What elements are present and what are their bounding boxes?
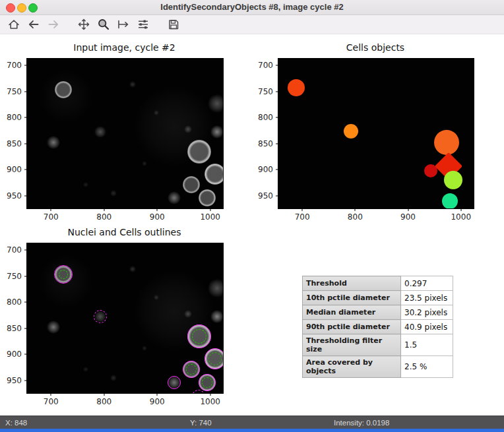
- y-tick-label: 700: [7, 61, 22, 70]
- status-x-coordinate: X: 848: [5, 419, 27, 427]
- back-icon: [27, 18, 40, 31]
- y-tick-label: 800: [7, 297, 22, 307]
- y-tick-mark: [24, 170, 27, 170]
- home-button[interactable]: [5, 16, 22, 33]
- y-tick-label: 750: [7, 87, 22, 96]
- cell-blob: [183, 176, 200, 193]
- save-button[interactable]: [165, 16, 182, 33]
- y-tick-label: 750: [7, 272, 22, 281]
- object-outline: [168, 376, 181, 389]
- x-tick-mark: [210, 393, 210, 396]
- cell-object-blob: [442, 193, 458, 208]
- measure-button[interactable]: [115, 16, 132, 33]
- cell-object-blob: [344, 124, 358, 139]
- save-icon: [167, 18, 180, 31]
- object-outline: [59, 270, 68, 279]
- cell-blob: [129, 266, 136, 272]
- x-tick-mark: [157, 208, 158, 211]
- input-image-plot[interactable]: 7008009001000700750800850900950: [26, 58, 224, 209]
- x-tick-label: 700: [44, 397, 59, 406]
- cell-object-blob: [444, 171, 462, 189]
- plot-title-input-image: Input image, cycle #2: [26, 42, 222, 53]
- object-outline: [186, 364, 197, 375]
- table-row: Median diameter 30.2 pixels: [303, 305, 453, 320]
- cell-blob: [110, 375, 117, 381]
- x-tick-mark: [104, 393, 104, 396]
- x-tick-label: 700: [44, 212, 59, 222]
- stat-value: 2.5 %: [401, 356, 453, 378]
- cell-object-blob: [434, 130, 459, 155]
- back-button[interactable]: [25, 16, 42, 33]
- cell-blob: [210, 310, 223, 323]
- cell-blob: [55, 81, 72, 98]
- y-tick-mark: [24, 196, 27, 197]
- cells-objects-canvas: [278, 59, 474, 208]
- cell-blob: [47, 136, 60, 149]
- y-tick-mark: [24, 381, 27, 381]
- status-intensity: Intensity: 0.0198: [334, 419, 389, 427]
- subplots-button[interactable]: [135, 16, 152, 33]
- forward-button[interactable]: [45, 16, 62, 33]
- cell-blob: [199, 189, 216, 206]
- x-tick-mark: [355, 208, 356, 211]
- y-tick-label: 700: [258, 61, 273, 70]
- x-tick-label: 900: [150, 397, 165, 406]
- y-tick-label: 850: [7, 324, 22, 333]
- object-outline: [208, 352, 222, 365]
- zoom-icon: [97, 18, 110, 31]
- outlines-canvas: [27, 243, 223, 393]
- y-tick-mark: [24, 117, 27, 118]
- cells-objects-plot[interactable]: 7008009001000700750800850900950: [278, 58, 474, 209]
- stat-value: 1.5: [401, 334, 453, 356]
- x-tick-label: 800: [96, 212, 111, 222]
- y-tick-mark: [24, 143, 27, 144]
- plot-title-outlines: Nuclei and Cells outlines: [26, 227, 222, 237]
- stat-label: Median diameter: [303, 305, 401, 320]
- x-tick-label: 700: [295, 212, 310, 222]
- x-tick-mark: [210, 208, 210, 211]
- y-tick-mark: [276, 143, 278, 144]
- x-tick-label: 1000: [200, 212, 220, 222]
- cell-blob: [47, 321, 60, 334]
- stat-label: Threshold: [303, 276, 401, 291]
- outlines-plot[interactable]: 7008009001000700750800850900950: [26, 243, 224, 394]
- pan-button[interactable]: [75, 16, 92, 33]
- forward-icon: [47, 18, 60, 31]
- cell-object-blob: [288, 79, 305, 96]
- cell-blob: [205, 164, 223, 185]
- cell-blob: [187, 140, 211, 164]
- y-tick-label: 800: [258, 113, 273, 122]
- object-outline: [192, 329, 206, 344]
- x-tick-mark: [51, 393, 51, 396]
- maximize-button[interactable]: [28, 3, 38, 13]
- y-tick-label: 950: [7, 376, 22, 385]
- cell-blob: [110, 190, 117, 197]
- stat-value: 0.297: [401, 276, 453, 291]
- y-tick-label: 900: [258, 165, 273, 174]
- zoom-button[interactable]: [95, 16, 112, 33]
- y-tick-label: 950: [7, 191, 22, 201]
- close-button[interactable]: [6, 3, 15, 13]
- stat-label: Area covered by objects: [303, 356, 401, 378]
- bottom-accent-bar: [0, 429, 504, 432]
- x-tick-mark: [408, 208, 408, 211]
- minimize-button[interactable]: [17, 3, 26, 13]
- titlebar[interactable]: IdentifySecondaryObjects #8, image cycle…: [0, 0, 504, 15]
- cell-blob: [154, 110, 159, 115]
- cell-blob: [142, 161, 147, 166]
- y-tick-mark: [276, 117, 278, 118]
- table-row: Threshold 0.297: [303, 276, 453, 291]
- stat-value: 23.5 pixels: [401, 291, 453, 305]
- stat-value: 30.2 pixels: [401, 305, 453, 320]
- x-tick-label: 900: [150, 212, 165, 222]
- toolbar: [0, 15, 504, 34]
- x-tick-label: 800: [96, 397, 111, 406]
- x-tick-mark: [51, 208, 51, 211]
- cell-blob: [83, 367, 88, 372]
- y-tick-mark: [276, 91, 278, 92]
- x-tick-label: 900: [400, 212, 416, 222]
- window-title: IdentifySecondaryObjects #8, image cycle…: [0, 0, 504, 15]
- y-tick-label: 850: [7, 139, 22, 148]
- y-tick-label: 850: [258, 139, 273, 148]
- x-tick-mark: [104, 208, 104, 211]
